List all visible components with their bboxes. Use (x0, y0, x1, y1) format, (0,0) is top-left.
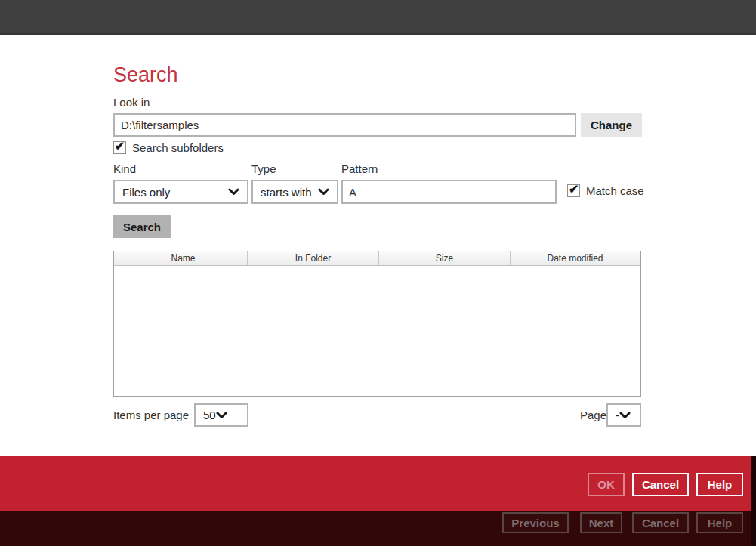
chevron-down-icon (318, 188, 329, 196)
checkmark-icon: ✔ (115, 139, 125, 154)
results-table-body (114, 266, 640, 396)
chevron-down-icon (216, 412, 227, 419)
column-header-name[interactable]: Name (119, 251, 248, 265)
column-header-date-modified[interactable]: Date modified (511, 251, 640, 265)
results-table-header: Name In Folder Size Date modified (114, 251, 640, 266)
kind-select-value: Files only (122, 186, 224, 199)
help-button[interactable]: Help (696, 473, 743, 496)
items-per-page-label: Items per page (113, 409, 189, 421)
change-button[interactable]: Change (581, 113, 642, 137)
type-select[interactable]: starts with (251, 180, 338, 204)
page-title: Search (113, 63, 178, 87)
dialog-footer-bar: OK Cancel Help (0, 456, 756, 511)
kind-select[interactable]: Files only (113, 180, 248, 204)
page-select[interactable]: - (606, 403, 641, 427)
top-bar (0, 0, 756, 35)
search-button[interactable]: Search (113, 215, 171, 238)
items-per-page-value: 50 (203, 409, 216, 421)
window-right-edge (751, 456, 756, 546)
match-case-label: Match case (586, 184, 644, 197)
previous-button[interactable]: Previous (502, 512, 569, 533)
header-spacer (114, 251, 119, 265)
background-wizard-bar: Previous Next Cancel Help (0, 511, 756, 546)
pattern-label: Pattern (341, 162, 378, 175)
background-help-button[interactable]: Help (696, 512, 743, 533)
column-header-size[interactable]: Size (379, 251, 511, 265)
look-in-label: Look in (113, 96, 150, 109)
match-case-checkbox[interactable]: ✔ (567, 184, 580, 197)
type-label: Type (251, 162, 276, 175)
ok-button[interactable]: OK (588, 473, 625, 496)
look-in-input[interactable] (113, 113, 576, 137)
kind-label: Kind (113, 162, 136, 175)
search-subfolders-checkbox[interactable]: ✔ (113, 141, 126, 154)
type-select-value: starts with (261, 186, 313, 199)
search-results-table: Name In Folder Size Date modified (113, 251, 641, 397)
search-subfolders-label: Search subfolders (132, 141, 224, 154)
chevron-down-icon (228, 188, 239, 196)
search-subfolders-option[interactable]: ✔ Search subfolders (113, 141, 224, 154)
items-per-page-select[interactable]: 50 (194, 403, 248, 427)
chevron-down-icon (619, 412, 631, 419)
page-label: Page (580, 409, 606, 421)
background-cancel-button[interactable]: Cancel (632, 512, 689, 533)
cancel-button[interactable]: Cancel (632, 473, 689, 496)
column-header-in-folder[interactable]: In Folder (248, 251, 379, 265)
match-case-option[interactable]: ✔ Match case (567, 184, 644, 197)
pattern-input[interactable] (341, 180, 557, 204)
next-button[interactable]: Next (580, 512, 622, 533)
checkmark-icon: ✔ (569, 182, 579, 197)
